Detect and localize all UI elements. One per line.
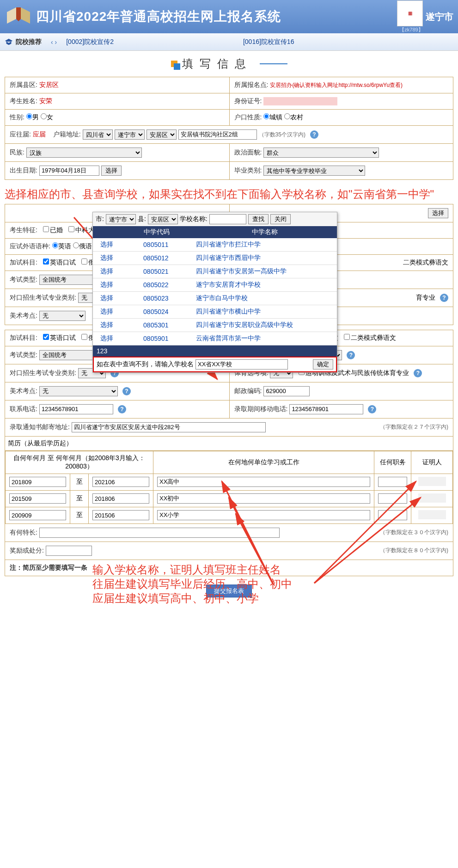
- post-label: 邮政编码:: [234, 387, 262, 395]
- popup-name[interactable]: 四川省遂宁市横山中学: [191, 308, 337, 316]
- r2-unit[interactable]: [157, 493, 370, 504]
- popup-school-input[interactable]: [209, 214, 246, 224]
- hukou-city-radio[interactable]: 城镇: [263, 113, 282, 122]
- r3-duty[interactable]: [378, 510, 407, 520]
- r3-unit[interactable]: [157, 510, 370, 520]
- r1-unit[interactable]: [157, 477, 370, 487]
- mobile-label: 录取期间移动电话:: [234, 405, 288, 413]
- r2-from[interactable]: [9, 493, 66, 504]
- hukou-rural-radio[interactable]: 农村: [284, 113, 303, 122]
- r2-witness: [418, 493, 446, 503]
- popup-ok-btn[interactable]: 确定: [313, 359, 333, 369]
- popup-select-link[interactable]: 选择: [93, 254, 121, 262]
- addsubj-en-1[interactable]: 英语口试: [39, 259, 76, 267]
- city-select[interactable]: 遂宁市: [115, 129, 145, 140]
- addsubj-label-1: 加试科目:: [10, 259, 37, 267]
- art-select-2[interactable]: 无: [39, 386, 118, 396]
- popup-county-select[interactable]: 安居区: [148, 214, 178, 224]
- popup-select-link[interactable]: 选择: [93, 281, 121, 289]
- trait-married-chk[interactable]: 已婚: [39, 226, 63, 234]
- popup-code: 0805024: [121, 308, 191, 315]
- r3-witness: [418, 510, 446, 519]
- help-icon[interactable]: ?: [414, 369, 422, 377]
- r2-duty[interactable]: [378, 493, 407, 504]
- help-icon[interactable]: ?: [347, 351, 355, 359]
- grad-label: 毕业类别:: [234, 166, 262, 175]
- popup-manual-input[interactable]: [195, 359, 288, 369]
- popup-code-header: 中学代码: [121, 228, 193, 236]
- recommend-link-1[interactable]: [0002]院校宣传2: [66, 38, 114, 46]
- popup-select-link[interactable]: 选择: [93, 240, 121, 249]
- name-value: 安荣: [39, 97, 52, 105]
- popup-name[interactable]: 四川省遂宁市安居第一高级中学: [191, 267, 337, 276]
- mobile-input[interactable]: [289, 404, 363, 414]
- addsubj-en-2[interactable]: 英语口试: [39, 334, 76, 342]
- header-bar: 四川省2022年普通高校招生网上报名系统 ▦ 【zk789】 遂宁市: [0, 0, 458, 33]
- school-select-btn[interactable]: 选择: [428, 208, 448, 218]
- recommend-link-2[interactable]: [0016]院校宣传16: [243, 38, 294, 46]
- scroll-arrows-icon[interactable]: ‹ ›: [51, 38, 57, 46]
- recommend-label: 院校推荐: [5, 38, 42, 46]
- help-icon[interactable]: ?: [122, 387, 131, 395]
- popup-school-row: 选择0805901云南省普洱市第一中学: [93, 332, 337, 345]
- popup-select-link[interactable]: 选择: [93, 334, 121, 343]
- gender-label: 性别:: [10, 113, 24, 122]
- popup-name[interactable]: 云南省普洱市第一中学: [191, 334, 337, 343]
- mail-label: 录取通知书邮寄地址:: [10, 423, 70, 431]
- art-select-1[interactable]: 无: [39, 311, 85, 321]
- prov-select[interactable]: 四川省: [83, 129, 113, 140]
- addr-detail-input[interactable]: [178, 129, 257, 140]
- gender-female-radio[interactable]: 女: [41, 113, 53, 122]
- birth-input[interactable]: [39, 166, 99, 176]
- resume-row-3: 至: [6, 507, 453, 523]
- popup-name[interactable]: 四川省遂宁市西眉中学: [191, 254, 337, 262]
- lang-en-radio[interactable]: 英语: [52, 242, 71, 251]
- popup-code: 0805023: [121, 295, 191, 302]
- politics-select[interactable]: 群众: [263, 148, 379, 158]
- section-title-bar: 填写信息: [0, 51, 458, 77]
- nation-select[interactable]: 汉族: [26, 148, 142, 158]
- county-select[interactable]: 安居区: [147, 129, 177, 140]
- popup-name[interactable]: 四川省遂宁市安居职业高级中学校: [191, 321, 337, 329]
- specialty-label: 有何特长:: [10, 529, 37, 537]
- lang-ru-radio[interactable]: 俄语: [73, 242, 92, 251]
- examtype-label-2: 考试类型:: [10, 351, 37, 359]
- r1-to[interactable]: [92, 477, 149, 487]
- popup-select-link[interactable]: 选择: [93, 308, 121, 316]
- r1-to-label: 至: [70, 474, 89, 490]
- popup-select-link[interactable]: 选择: [93, 267, 121, 276]
- resume-caption: 简历（从最后学历起）: [5, 437, 453, 450]
- specialty-input[interactable]: [39, 528, 280, 538]
- popup-name[interactable]: 四川省遂宁市拦江中学: [191, 240, 337, 249]
- post-input[interactable]: [263, 386, 310, 396]
- addsubj-yi-2[interactable]: 二类模式彝语文: [340, 334, 396, 342]
- help-icon[interactable]: ?: [310, 130, 318, 139]
- popup-name[interactable]: 遂宁市安居育才中学校: [191, 281, 337, 289]
- popup-pagination[interactable]: 123: [93, 345, 337, 357]
- popup-select-link[interactable]: 选择: [93, 321, 121, 329]
- mail-input[interactable]: [72, 422, 266, 432]
- help-icon[interactable]: ?: [440, 294, 448, 302]
- id-redacted: [263, 97, 337, 105]
- art-label-2: 美术考点:: [10, 387, 37, 395]
- r3-to[interactable]: [92, 510, 149, 520]
- popup-city-select[interactable]: 遂宁市: [106, 214, 136, 224]
- city-name: 遂宁市: [426, 11, 453, 23]
- help-icon[interactable]: ?: [118, 405, 126, 413]
- popup-find-btn[interactable]: 查找: [248, 214, 269, 224]
- help-icon[interactable]: ?: [368, 405, 376, 413]
- gender-male-radio[interactable]: 男: [26, 113, 39, 122]
- r2-to[interactable]: [92, 493, 149, 504]
- art-label-1: 美术考点:: [10, 312, 37, 320]
- r1-duty[interactable]: [378, 477, 407, 487]
- award-input[interactable]: [46, 546, 92, 556]
- popup-select-link[interactable]: 选择: [93, 294, 121, 302]
- phone-input[interactable]: [39, 404, 113, 414]
- r1-from[interactable]: [9, 477, 66, 487]
- popup-name[interactable]: 遂宁市白马中学校: [191, 294, 337, 302]
- birth-select-btn[interactable]: 选择: [101, 166, 122, 176]
- r3-from[interactable]: [9, 510, 66, 520]
- popup-close-btn[interactable]: 关闭: [270, 214, 291, 224]
- resume-h2: 在何地何单位学习或工作: [153, 451, 374, 474]
- grad-select[interactable]: 其他中等专业学校毕业: [263, 166, 365, 176]
